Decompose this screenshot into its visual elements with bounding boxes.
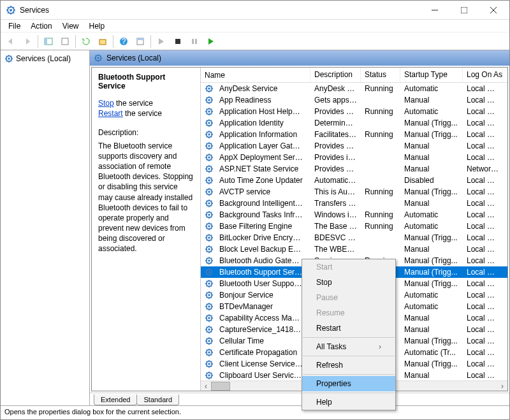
scroll-left-icon[interactable]: ‹ [201,382,211,391]
cell-logon: Local Servic [463,119,503,127]
start-service-button[interactable] [154,34,169,49]
pause-service-button[interactable] [187,34,202,49]
cell-startup: Manual [400,164,463,173]
grid-header: Name Description Status Startup Type Log… [201,68,507,83]
gear-icon [205,268,214,277]
restart-service-button[interactable] [203,34,219,49]
col-startup-type[interactable]: Startup Type [400,68,463,82]
cell-logon: Local Syster [463,210,503,219]
context-menu: Start Stop Pause Resume Restart All Task… [302,259,396,410]
view-tabs: Extended Standard [90,393,509,405]
restart-link[interactable]: Restart [98,109,123,118]
back-button[interactable] [3,34,18,49]
cell-startup: Manual (Trigg... [400,256,463,265]
table-row[interactable]: Base Filtering EngineThe Base Filt...Run… [201,221,507,232]
refresh-button[interactable] [78,34,94,49]
app-icon [6,5,16,15]
menu-action[interactable]: Action [26,20,57,32]
forward-button[interactable] [20,34,35,49]
cell-startup: Manual [400,325,463,334]
properties-button[interactable] [133,34,148,49]
table-row[interactable]: Application IdentityDetermines ...Manual… [201,117,507,129]
cell-logon: Local Servic [463,337,503,345]
cell-status: Running [361,210,400,219]
service-title: Bluetooth Support Service [98,73,165,91]
gear-icon [205,199,214,208]
svg-rect-6 [99,40,106,45]
cell-startup: Manual [400,371,463,380]
menu-help[interactable]: Help [84,20,110,32]
table-row[interactable]: App ReadinessGets apps re...ManualLocal … [201,94,507,106]
cell-status: Running [361,130,400,139]
cell-startup: Manual [400,153,463,162]
console-tree[interactable]: Services (Local) [1,50,90,405]
table-row[interactable]: Application Layer Gateway S...Provides s… [201,140,507,152]
table-row[interactable]: ASP.NET State ServiceProvides sup...Manu… [201,163,507,175]
gear-icon [205,314,214,322]
col-description[interactable]: Description [310,68,361,82]
ctx-properties[interactable]: Properties [302,376,395,391]
cell-name: App Readiness [215,96,275,105]
table-row[interactable]: BitLocker Drive Encryption S...BDESVC ho… [201,232,507,243]
table-row[interactable]: Background Intelligent Trans...Transfers… [201,198,507,209]
cell-startup: Manual (Trigg... [400,233,463,242]
cell-startup: Automatic [400,302,463,311]
cell-name: Application Layer Gateway S... [215,141,307,150]
stop-service-button[interactable] [170,34,186,49]
menu-view[interactable]: View [57,20,84,32]
tree-root-label: Services (Local) [16,54,71,63]
cell-name: BTDevManager [215,302,277,311]
gear-icon [205,233,214,242]
cell-logon: Local Syster [463,245,503,254]
cell-logon: Local Syster [463,348,503,357]
cell-name: Bluetooth Support Service [215,268,307,277]
ctx-resume[interactable]: Resume [302,305,395,321]
table-row[interactable]: AppX Deployment Service (A...Provides in… [201,152,507,163]
stop-link[interactable]: Stop [98,99,114,108]
cell-startup: Manual [400,314,463,322]
scroll-right-icon[interactable]: › [497,382,507,391]
ctx-restart[interactable]: Restart [302,321,395,336]
svg-rect-4 [45,38,47,45]
close-button[interactable] [479,1,508,20]
cell-startup: Manual [400,141,463,150]
table-row[interactable]: Application InformationFacilitates th...… [201,129,507,140]
table-row[interactable]: Auto Time Zone UpdaterAutomaticall...Dis… [201,175,507,186]
cell-name: Auto Time Zone Updater [215,176,307,185]
cell-description: The Base Filt... [310,222,361,231]
ctx-stop[interactable]: Stop [302,275,395,290]
ctx-refresh[interactable]: Refresh [302,358,395,373]
table-row[interactable]: Block Level Backup Engine S...The WBENGI… [201,243,507,255]
table-row[interactable]: Application Host Helper Serv...Provides … [201,106,507,117]
table-row[interactable]: AnyDesk ServiceAnyDesk su...RunningAutom… [201,83,507,94]
cell-logon: Local Syster [463,153,503,162]
col-name[interactable]: Name [201,68,310,82]
scroll-thumb[interactable] [211,382,230,391]
tree-root[interactable]: Services (Local) [3,53,87,64]
show-hide-tree-button[interactable] [41,34,56,49]
col-status[interactable]: Status [361,68,400,82]
cell-description: The WBENGI... [310,245,361,254]
cell-status: Running [361,222,400,231]
menu-file[interactable]: File [3,20,26,32]
cell-name: Bluetooth User Support Serv [215,279,307,288]
cell-description: Provides ad... [310,107,361,116]
help-button[interactable]: ? [116,34,131,49]
ctx-help[interactable]: Help [302,395,395,410]
minimize-button[interactable] [420,1,449,20]
col-log-on-as[interactable]: Log On As [463,68,503,82]
maximize-button[interactable] [449,1,479,20]
cell-description: AnyDesk su... [310,84,361,93]
cell-description: Provides sup... [310,164,361,173]
table-row[interactable]: AVCTP serviceThis is Audio...RunningManu… [201,186,507,198]
cell-startup: Disabled [400,176,463,185]
open-button[interactable] [95,34,110,49]
ctx-all-tasks[interactable]: All Tasks [302,339,395,354]
ctx-pause[interactable]: Pause [302,290,395,305]
services-grid[interactable]: Name Description Status Startup Type Log… [200,68,507,391]
ctx-start[interactable]: Start [302,259,395,275]
tab-standard[interactable]: Standard [136,395,179,405]
table-row[interactable]: Background Tasks Infrastruc...Windows in… [201,209,507,221]
tab-extended[interactable]: Extended [94,395,137,405]
export-button[interactable] [57,34,73,49]
